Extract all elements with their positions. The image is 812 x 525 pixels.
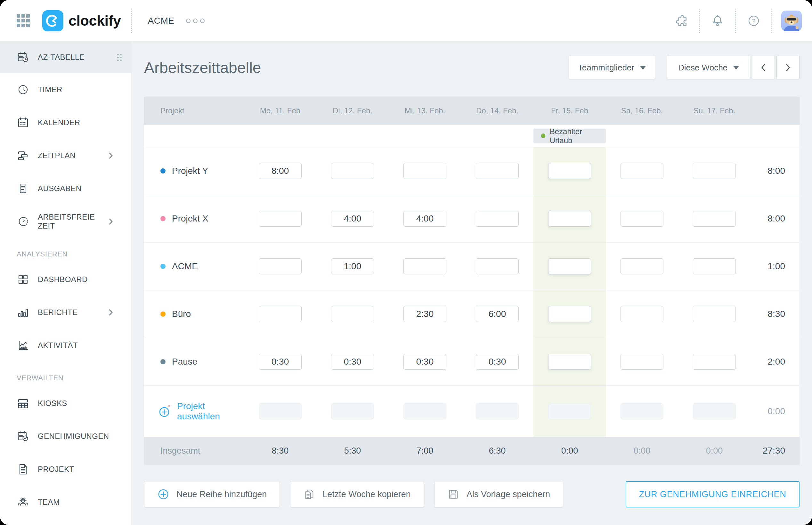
sidebar-item-zeitplan[interactable]: ZEITPLAN (0, 139, 131, 172)
add-row-button[interactable]: Neue Reihe hinzufügen (144, 481, 280, 507)
chevron-right-icon (108, 152, 114, 160)
time-entry-input[interactable] (620, 354, 663, 370)
table-row: Büro 8:30 (144, 290, 799, 338)
clockify-logo[interactable]: clockify (42, 10, 121, 31)
save-template-button[interactable]: Als Vorlage speichern (434, 481, 563, 507)
app-window: clockify ACME (0, 0, 812, 525)
column-header: Do, 14. Feb. (461, 106, 533, 115)
drag-handle-icon[interactable] (117, 54, 122, 61)
user-avatar[interactable] (781, 11, 802, 31)
time-entry-input[interactable] (403, 211, 446, 227)
sidebar-item-az-tabelle[interactable]: AZ-TABELLE (0, 42, 131, 73)
project-color-dot (161, 168, 166, 174)
sidebar-item-aktivitaet[interactable]: AKTIVITÄT (0, 329, 131, 362)
holiday-dot-icon (541, 134, 545, 138)
sidebar-item-timer[interactable]: TIMER (0, 73, 131, 106)
time-entry-input[interactable] (476, 211, 519, 227)
time-entry-input[interactable] (548, 258, 591, 274)
integrations-puzzle-icon[interactable] (664, 14, 699, 28)
sidebar-item-berichte[interactable]: BERICHTE (0, 296, 131, 329)
page-title: Arbeitszeittabelle (144, 59, 261, 76)
sidebar-item-label: TIMER (38, 85, 62, 94)
clockify-logo-icon (42, 10, 63, 31)
day-total: 5:30 (316, 446, 389, 456)
time-entry-input[interactable] (259, 306, 302, 322)
time-entry-input[interactable] (476, 306, 519, 322)
workspace-name[interactable]: ACME (148, 16, 175, 26)
time-entry-input[interactable] (259, 354, 302, 370)
time-entry-input[interactable] (403, 354, 446, 370)
sidebar-item-genehmigungen[interactable]: GENEHMIGUNGEN (0, 420, 131, 453)
time-entry-input[interactable] (403, 306, 446, 322)
time-entry-input[interactable] (331, 258, 374, 274)
time-entry-input[interactable] (620, 306, 663, 322)
sidebar-item-label: GENEHMIGUNGEN (38, 432, 109, 441)
time-entry-input[interactable] (259, 163, 302, 179)
sidebar-item-kalender[interactable]: KALENDER (0, 106, 131, 139)
sidebar-item-arbeitsfreie-zeit[interactable]: ARBEITSFREIE ZEIT (0, 205, 131, 238)
workspace-more-menu-icon[interactable] (186, 18, 205, 23)
project-color-dot (161, 264, 166, 269)
time-entry-input[interactable] (403, 163, 446, 179)
row-total: 1:00 (751, 261, 799, 271)
select-project-row: * Projekt auswählen 0:00 (144, 386, 799, 437)
totals-label: Insgesamt (144, 446, 244, 456)
column-header: Su, 17. Feb. (678, 106, 751, 115)
time-entry-input[interactable] (548, 306, 591, 322)
time-entry-input[interactable] (693, 258, 736, 274)
day-total: 0:00 (678, 446, 751, 456)
time-entry-input-disabled (259, 403, 302, 419)
project-color-dot (161, 216, 166, 221)
time-entry-input[interactable] (548, 163, 591, 179)
required-asterisk-icon: * (168, 405, 170, 410)
help-icon[interactable]: ? (736, 14, 771, 28)
time-entry-input[interactable] (331, 306, 374, 322)
time-entry-input[interactable] (476, 258, 519, 274)
column-header: Di, 12. Feb. (316, 106, 389, 115)
time-entry-input[interactable] (620, 211, 663, 227)
time-entry-input[interactable] (331, 354, 374, 370)
time-entry-input[interactable] (693, 354, 736, 370)
time-entry-input[interactable] (693, 211, 736, 227)
project-color-dot (161, 312, 166, 317)
select-project-button[interactable]: * Projekt auswählen (144, 401, 244, 422)
sidebar-item-label: KALENDER (38, 118, 80, 127)
time-entry-input[interactable] (259, 258, 302, 274)
sidebar: AZ-TABELLE TIMER KALENDER (0, 42, 131, 525)
time-entry-input[interactable] (476, 163, 519, 179)
time-entry-input[interactable] (259, 211, 302, 227)
row-total: 2:00 (751, 357, 799, 367)
team-members-dropdown[interactable]: Teammitglieder (569, 56, 655, 79)
time-entry-input[interactable] (331, 163, 374, 179)
add-circle-icon (157, 488, 169, 500)
chevron-right-icon (108, 218, 114, 225)
sidebar-item-ausgaben[interactable]: AUSGABEN (0, 172, 131, 205)
time-entry-input[interactable] (331, 211, 374, 227)
time-entry-input[interactable] (476, 354, 519, 370)
sidebar-item-kiosks[interactable]: KIOSKS (0, 387, 131, 420)
time-entry-input[interactable] (403, 258, 446, 274)
time-entry-input[interactable] (548, 354, 591, 370)
submit-for-approval-button[interactable]: ZUR GENEHMIGUNG EINREICHEN (626, 481, 799, 507)
next-week-button[interactable] (777, 56, 799, 79)
time-entry-input[interactable] (693, 163, 736, 179)
sidebar-item-projekt[interactable]: PROJEKT (0, 453, 131, 485)
sidebar-item-label: DASHBOARD (38, 275, 88, 284)
sidebar-item-label: AZ-TABELLE (38, 53, 85, 62)
timesheet-table: Projekt Mo, 11. Feb Di, 12. Feb. Mi, 13.… (144, 97, 799, 465)
previous-week-button[interactable] (752, 56, 775, 79)
row-total: 8:30 (751, 309, 799, 319)
copy-last-week-button[interactable]: Letzte Woche kopieren (290, 481, 424, 507)
sidebar-item-dashboard[interactable]: DASHBOARD (0, 263, 131, 296)
sidebar-item-team[interactable]: TEAM (0, 485, 131, 519)
day-total: 6:30 (461, 446, 533, 456)
time-entry-input[interactable] (548, 211, 591, 227)
time-entry-input[interactable] (620, 258, 663, 274)
notifications-bell-icon[interactable] (700, 14, 735, 28)
sidebar-item-label: TEAM (38, 498, 60, 507)
week-selector-dropdown[interactable]: Diese Woche (667, 56, 750, 79)
time-entry-input[interactable] (620, 163, 663, 179)
app-switcher-icon[interactable] (17, 14, 30, 28)
time-entry-input[interactable] (693, 306, 736, 322)
time-entry-input-disabled (476, 403, 519, 419)
